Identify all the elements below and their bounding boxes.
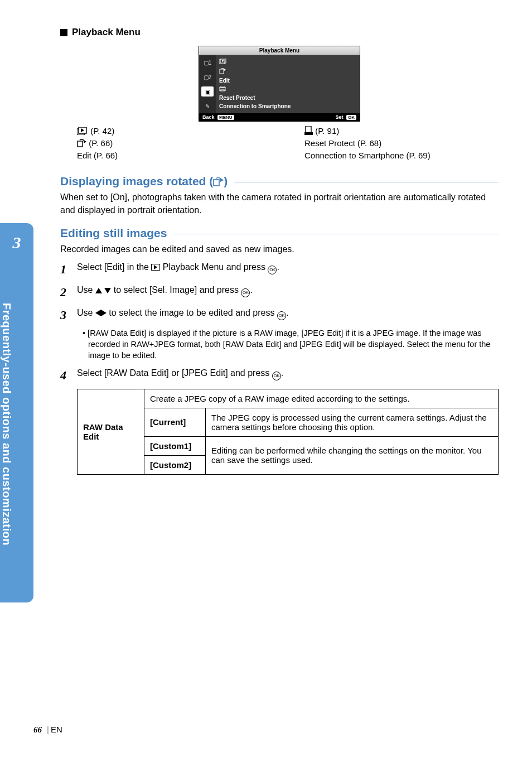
print-order-icon <box>304 126 313 135</box>
ref-slideshow: (P. 42) <box>77 125 271 137</box>
rotate-heading-icon <box>213 177 224 186</box>
svg-rect-14 <box>304 132 313 135</box>
step-number: 1 <box>60 261 77 278</box>
menu-back: Back MENU <box>202 114 234 120</box>
menu-title: Playback Menu <box>199 46 360 55</box>
option-custom-desc: Editing can be performed while changing … <box>206 436 499 474</box>
svg-marker-4 <box>224 69 226 71</box>
step-3-bullet: • [RAW Data Edit] is displayed if the pi… <box>83 327 499 361</box>
menu-item-edit: Edit <box>219 76 356 85</box>
page-number: 66 <box>33 725 42 734</box>
menu-tab-shoot2-icon: ▢2 <box>201 72 214 82</box>
menu-tab-playback-icon: ▣ <box>201 86 214 97</box>
ok-button-icon: OK <box>268 266 277 274</box>
playback-menu-icon <box>151 264 160 271</box>
menu-item-print <box>219 85 356 94</box>
step-number: 2 <box>60 284 77 301</box>
page-footer: 66|EN <box>33 725 62 735</box>
ok-button-icon: OK <box>241 288 250 297</box>
menu-screenshot-wrap: Playback Menu ▢1 ▢2 ▣ ✎ Edit <box>60 46 499 122</box>
option-custom2: [Custom2] <box>144 455 206 474</box>
refs-right: (P. 91) Reset Protect (P. 68) Connection… <box>304 125 499 161</box>
menu-item-reset-protect: Reset Protect <box>219 94 356 102</box>
step-4: 4 Select [RAW Data Edit] or [JPEG Edit] … <box>60 367 499 384</box>
menu-footer: Back MENU Set OK <box>199 113 360 121</box>
option-custom1: [Custom1] <box>144 436 206 455</box>
step-number: 4 <box>60 367 77 384</box>
option-current: [Current] <box>144 408 206 436</box>
svg-marker-12 <box>84 140 86 143</box>
svg-marker-2 <box>222 60 224 62</box>
ok-button-icon: OK <box>277 311 286 320</box>
menu-set-btn-icon: OK <box>346 115 356 120</box>
slideshow-icon <box>77 127 88 135</box>
step-3: 3 Use to select the image to be edited a… <box>60 307 499 324</box>
table-rowhead: RAW Data Edit <box>78 389 144 474</box>
menu-item-smartphone: Connection to Smartphone <box>219 102 356 110</box>
side-label-wrap: Frequently-used options and customizatio… <box>0 268 33 580</box>
option-current-desc: The JPEG copy is processed using the cur… <box>206 408 499 436</box>
ref-reset-protect: Reset Protect (P. 68) <box>304 137 499 150</box>
svg-rect-6 <box>221 86 224 88</box>
refs-left: (P. 42) (P. 66) Edit (P. 66) <box>77 125 271 161</box>
right-arrow-icon <box>101 310 107 316</box>
heading-edit-still: Editing still images <box>60 226 499 240</box>
step-2: 2 Use to select [Sel. Image] and press O… <box>60 284 499 301</box>
page-content: Playback Menu Playback Menu ▢1 ▢2 ▣ ✎ <box>0 0 532 475</box>
ref-edit: Edit (P. 66) <box>77 150 271 162</box>
ref-smartphone: Connection to Smartphone (P. 69) <box>304 150 499 162</box>
menu-item-slideshow <box>219 57 356 66</box>
ok-button-icon: OK <box>272 372 281 380</box>
rotate-description: When set to [On], photographs taken with… <box>60 191 499 216</box>
side-label: Frequently-used options and customizatio… <box>0 303 13 546</box>
table-desc: Create a JPEG copy of a RAW image edited… <box>144 389 499 408</box>
chapter-number: 3 <box>0 233 33 252</box>
edit-description: Recorded images can be edited and saved … <box>60 243 499 255</box>
svg-rect-3 <box>220 69 224 74</box>
menu-body: ▢1 ▢2 ▣ ✎ Edit Reset Protec <box>199 55 360 113</box>
menu-references: (P. 42) (P. 66) Edit (P. 66) (P. 91) Res… <box>60 125 499 161</box>
menu-back-btn-icon: MENU <box>217 115 234 120</box>
page-lang: EN <box>51 725 62 734</box>
menu-item-rotate <box>219 66 356 76</box>
ref-print: (P. 91) <box>304 125 499 137</box>
heading-rule <box>173 234 499 234</box>
ref-rotate: (P. 66) <box>77 137 271 150</box>
rotate-icon <box>77 139 86 147</box>
section-heading: Playback Menu <box>60 27 499 38</box>
heading-rule <box>234 182 499 182</box>
step-number: 3 <box>60 307 77 324</box>
left-arrow-icon <box>95 310 101 316</box>
svg-rect-11 <box>78 141 83 147</box>
menu-tab-icons: ▢1 ▢2 ▣ ✎ <box>199 55 216 113</box>
square-bullet-icon <box>60 29 67 36</box>
side-tab: 3 Frequently-used options and customizat… <box>0 223 33 602</box>
svg-rect-15 <box>214 180 219 186</box>
menu-tab-setup-icon: ✎ <box>201 101 214 111</box>
up-arrow-icon <box>95 288 102 293</box>
down-arrow-icon <box>104 288 111 293</box>
step-1: 1 Select [Edit] in the Playback Menu and… <box>60 261 499 278</box>
menu-screenshot: Playback Menu ▢1 ▢2 ▣ ✎ Edit <box>199 46 360 122</box>
section-title: Playback Menu <box>72 27 141 38</box>
menu-items: Edit Reset Protect Connection to Smartph… <box>216 55 360 113</box>
heading-rotate: Displaying images rotated () <box>60 175 499 188</box>
raw-edit-table: RAW Data Edit Create a JPEG copy of a RA… <box>77 389 499 475</box>
menu-tab-shoot1-icon: ▢1 <box>201 57 214 67</box>
menu-set: Set OK <box>335 114 356 120</box>
